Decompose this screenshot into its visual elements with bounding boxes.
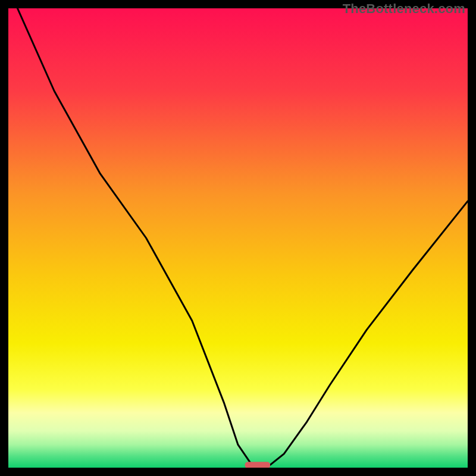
- plot-area: [8, 8, 468, 468]
- bottleneck-chart: [8, 8, 468, 468]
- gradient-background: [8, 8, 468, 468]
- optimal-marker: [245, 462, 271, 468]
- watermark-text: TheBottleneck.com: [343, 1, 465, 17]
